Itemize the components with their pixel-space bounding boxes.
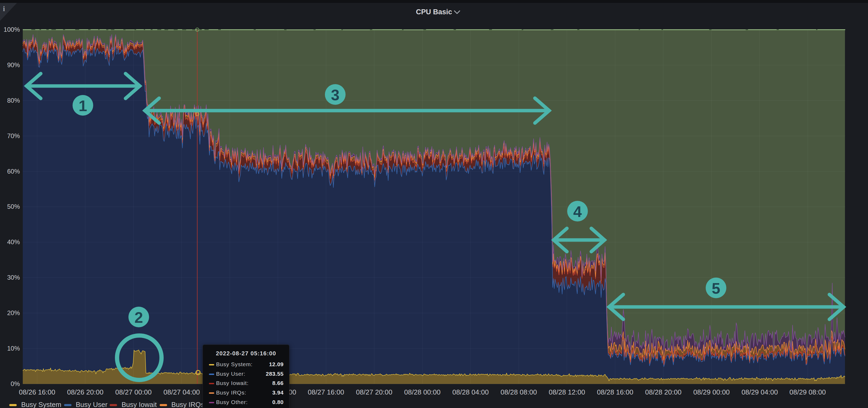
svg-text:2: 2 — [134, 309, 143, 326]
svg-text:3: 3 — [331, 86, 339, 103]
svg-text:1: 1 — [79, 97, 87, 114]
svg-text:5: 5 — [712, 280, 720, 297]
svg-text:4: 4 — [573, 203, 582, 220]
